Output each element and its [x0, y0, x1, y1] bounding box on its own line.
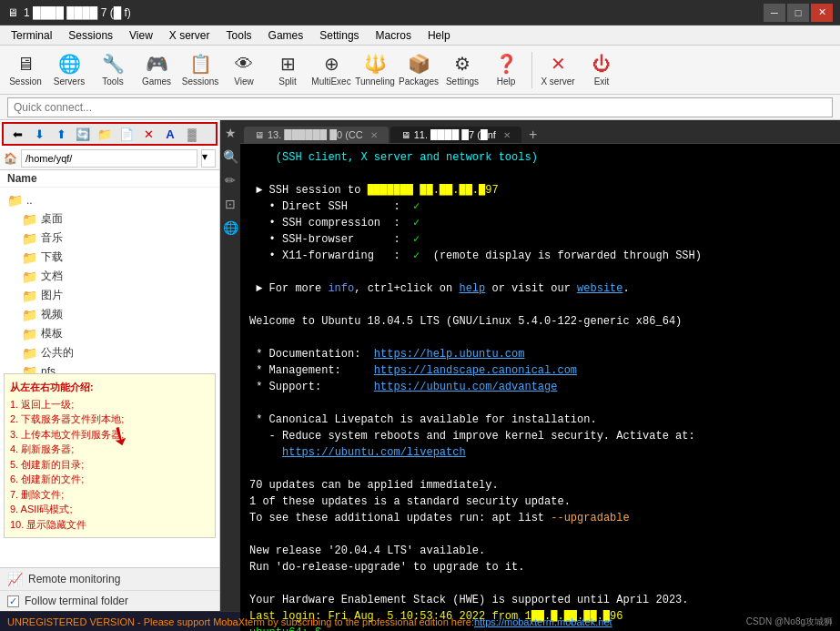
menu-settings[interactable]: Settings	[312, 27, 366, 44]
menu-view[interactable]: View	[122, 27, 160, 44]
terminal-line: New release '20.04.4 LTS' available.	[249, 543, 831, 559]
terminal-line: ► For more info, ctrl+click on help or v…	[249, 280, 831, 297]
terminal-content[interactable]: (SSH client, X server and network tools)…	[240, 144, 840, 631]
terminal-line	[249, 330, 831, 346]
side-globe-icon[interactable]: 🌐	[221, 219, 239, 237]
list-item[interactable]: 📁 桌面	[0, 209, 219, 229]
menu-sessions[interactable]: Sessions	[61, 27, 120, 44]
menu-tools[interactable]: Tools	[219, 27, 259, 44]
ascii-mode-button[interactable]: A	[160, 124, 180, 144]
list-item[interactable]: 📁 视频	[0, 305, 219, 324]
home-icon: 🏠	[4, 152, 17, 165]
tab-1-close[interactable]: ✕	[503, 130, 511, 140]
path-input[interactable]	[21, 149, 197, 168]
side-search-icon[interactable]: 🔍	[221, 148, 239, 166]
toolbar-exit[interactable]: ⏻ Exit	[582, 49, 622, 91]
toolbar-separator	[531, 52, 532, 88]
toolbar-view[interactable]: 👁 View	[224, 49, 264, 91]
list-item[interactable]: 📁 ..	[0, 191, 219, 209]
status-text: UNREGISTERED VERSION - Please support Mo…	[7, 616, 474, 627]
terminal-line: To see these additional updates run: apt…	[249, 510, 831, 526]
terminal-line: • Direct SSH : ✓	[249, 198, 831, 215]
upload-button[interactable]: ⬆	[51, 124, 71, 144]
annotation-title: 从左在右功能介绍:	[10, 380, 209, 395]
terminal-with-tabs: 🖥 13. ██████ █0 (CC ✕ 🖥 11. ████ █7 (█nf…	[240, 120, 840, 611]
exit-icon: ⏻	[592, 53, 611, 75]
new-tab-button[interactable]: +	[523, 127, 542, 143]
refresh-button[interactable]: 🔄	[73, 124, 93, 144]
tab-0-icon: 🖥	[255, 130, 264, 140]
go-up-button[interactable]: ⬅	[7, 124, 27, 144]
checkmark-icon: ✓	[9, 595, 17, 607]
side-star-icon[interactable]: ★	[221, 124, 239, 142]
folder-icon: 📁	[22, 289, 37, 303]
status-link[interactable]: https://mobaxterm.mobatek.net	[474, 616, 612, 627]
folder-icon: 📁	[22, 308, 37, 322]
list-item[interactable]: 📁 模板	[0, 324, 219, 343]
file-name: 桌面	[41, 211, 63, 227]
toolbar-tools[interactable]: 🔧 Tools	[93, 49, 133, 91]
toolbar-session[interactable]: 🖥 Session	[5, 49, 46, 91]
show-hidden-button[interactable]: ▓	[182, 124, 202, 144]
toolbar-settings[interactable]: ⚙ Settings	[442, 49, 482, 91]
file-name: 图片	[41, 288, 63, 303]
left-panel-bottom: 📈 Remote monitoring ✓ Follow terminal fo…	[0, 567, 219, 611]
list-item[interactable]: 📁 下载	[0, 248, 219, 267]
folder-icon: 📁	[22, 327, 37, 341]
file-tree-header: Name	[0, 170, 219, 188]
help-label: Help	[497, 76, 516, 87]
menu-macros[interactable]: Macros	[369, 27, 419, 44]
menu-games[interactable]: Games	[261, 27, 311, 44]
new-folder-button[interactable]: 📁	[95, 124, 115, 144]
quick-connect-bar	[0, 95, 840, 120]
title-bar-left: 🖥 1 ████ ████ 7 (█ f)	[7, 6, 131, 19]
annotation-item-1: 1. 返回上一级;	[10, 397, 209, 412]
list-item[interactable]: 📁 公共的	[0, 343, 219, 362]
follow-folder-checkbox[interactable]: ✓	[7, 595, 19, 607]
packages-icon: 📦	[408, 53, 430, 75]
sessions-icon: 📋	[189, 53, 212, 75]
side-edit-icon[interactable]: ✏	[221, 171, 239, 189]
list-item[interactable]: 📁 图片	[0, 286, 219, 305]
download-button[interactable]: ⬇	[29, 124, 49, 144]
delete-button[interactable]: ✕	[138, 124, 158, 144]
minimize-button[interactable]: ─	[764, 4, 785, 22]
toolbar-help[interactable]: ❓ Help	[486, 49, 526, 91]
list-item[interactable]: 📁 音乐	[0, 229, 219, 248]
servers-icon: 🌐	[58, 53, 81, 75]
remote-monitoring-button[interactable]: 📈 Remote monitoring	[0, 568, 219, 591]
xserver-label: X server	[541, 76, 574, 87]
monitoring-label: Remote monitoring	[28, 573, 120, 585]
quick-connect-input[interactable]	[7, 97, 833, 117]
annotation-item-8: 9. ASII码模式;	[10, 502, 209, 517]
terminal-line	[249, 264, 831, 280]
tab-1[interactable]: 🖥 11. ████ █7 (█nf ✕	[390, 127, 521, 143]
toolbar-tunneling[interactable]: 🔱 Tunneling	[355, 49, 395, 91]
title-bar-controls: ─ □ ✕	[764, 4, 833, 22]
list-item[interactable]: 📁 文档	[0, 267, 219, 286]
toolbar-xserver[interactable]: ✕ X server	[538, 49, 578, 91]
toolbar-games[interactable]: 🎮 Games	[137, 49, 177, 91]
menu-help[interactable]: Help	[420, 27, 458, 44]
close-button[interactable]: ✕	[811, 4, 833, 22]
toolbar-servers[interactable]: 🌐 Servers	[49, 49, 89, 91]
maximize-button[interactable]: □	[787, 4, 809, 22]
split-label: Split	[278, 76, 296, 87]
tab-0[interactable]: 🖥 13. ██████ █0 (CC ✕	[244, 127, 389, 143]
new-file-button[interactable]: 📄	[116, 124, 137, 144]
menu-xserver[interactable]: X server	[162, 27, 218, 44]
toolbar-split[interactable]: ⊞ Split	[268, 49, 308, 91]
tab-0-close[interactable]: ✕	[370, 130, 378, 140]
toolbar-sessions[interactable]: 📋 Sessions	[180, 49, 220, 91]
right-panel: (SSH client, X server and network tools)…	[240, 144, 840, 631]
exit-label: Exit	[594, 76, 610, 87]
toolbar-multiexec[interactable]: ⊕ MultiExec	[311, 49, 351, 91]
menu-terminal[interactable]: Terminal	[4, 27, 59, 44]
folder-icon: 📁	[22, 250, 37, 265]
path-dropdown[interactable]: ▾	[201, 149, 216, 168]
toolbar-packages[interactable]: 📦 Packages	[399, 49, 439, 91]
annotation-item-9: 10. 显示隐藏文件	[10, 517, 209, 533]
side-terminal-icon[interactable]: ⊡	[221, 195, 239, 213]
main-layout: ⬅ ⬇ ⬆ 🔄 📁 📄 ✕ A ▓ 🏠 ▾ Name 📁 ..	[0, 120, 840, 611]
annotation-item-7: 7. 删除文件;	[10, 487, 209, 503]
